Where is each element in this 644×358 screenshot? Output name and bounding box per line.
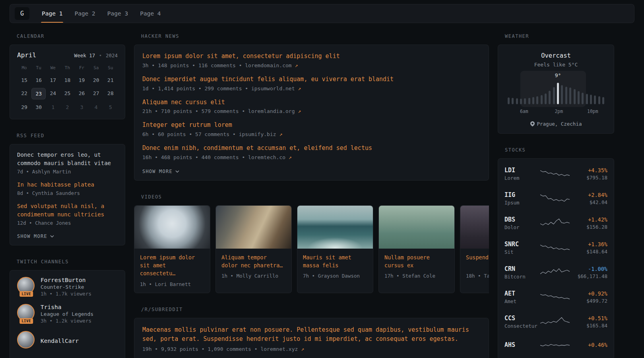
stock-name: Ipsum [504,200,540,206]
avatar-image [17,331,35,348]
hackernews-item-link[interactable]: Donec imperdiet augue tincidunt felis al… [142,75,481,84]
stock-symbol: CRN [504,265,540,272]
subreddit-domain-link[interactable]: loremnet.xyz [260,346,298,352]
calendar-day-muted: 2 [60,102,74,113]
subreddit-widget-title: /R/SUBREDDIT [141,307,489,312]
calendar-dow: Th [60,64,74,72]
weather-bar [557,83,559,104]
twitch-channel-row[interactable]: KendallCarr [17,331,118,351]
weather-condition: Overcast [504,52,607,59]
weather-time-axis: 6am 2pm 10pm [508,109,604,115]
stock-name: Sit [504,249,540,255]
video-card[interactable]: Mauris sit amet massa felis 7h • Grayson… [297,205,373,293]
live-badge: LIVE [19,291,33,297]
calendar-year: 2024 [106,53,118,58]
calendar-day: 16 [31,75,46,86]
stock-symbol: SNRC [504,241,540,248]
stock-row[interactable]: AHS +0.46% [504,334,607,356]
calendar-day: 20 [89,75,103,86]
hackernews-domain-link[interactable]: loremtech.co [248,154,285,160]
calendar-day: 17 [46,75,60,86]
video-card-body: Aliquam tempor dolor nec pharetra… 1h • … [216,249,291,285]
weather-time-label: 6am [520,109,528,114]
video-meta: 17h • Stefan Cole [384,273,449,279]
twitch-channel-row[interactable]: LIVE Trisha League of Legends 3h • 1.2k … [17,304,118,324]
rss-item-link[interactable]: In hac habitasse platea [17,181,118,189]
weather-bar [569,88,571,104]
video-card[interactable]: Nullam posuere cursus ex 17h • Stefan Co… [378,205,455,293]
stock-row[interactable]: CRN Bitcorn -1.00% $66,171.48 [504,260,607,285]
calendar-day: 25 [60,88,74,99]
right-column: WEATHER Overcast Feels like 5°C 9° 6am 2… [498,33,614,358]
hackernews-item-link[interactable]: Donec enim nibh, condimentum et accumsan… [142,144,481,153]
stocks-card: LDI Lorem +4.35% $795.18 IIG Ipsum [498,158,614,358]
tab-page-3[interactable]: Page 3 [101,4,134,23]
calendar-grid: Mo Tu We Th Fr Sa Su 15 16 17 18 19 20 2… [17,64,118,113]
hackernews-item-link[interactable]: Lorem ipsum dolor sit amet, consectetur … [142,52,481,61]
stock-name: Dolor [504,224,540,230]
rss-show-more-button[interactable]: SHOW MORE [17,233,54,239]
rss-item-link[interactable]: Sed volutpat nulla nisl, a condimentum n… [17,202,118,219]
subreddit-post-link[interactable]: Maecenas mollis pulvinar erat non posuer… [142,325,481,344]
tab-page-2[interactable]: Page 2 [68,4,101,23]
rss-item-meta: 7d • Ashlyn Martin [17,169,118,175]
app-logo[interactable]: G [15,7,29,20]
tab-page-1[interactable]: Page 1 [36,4,68,23]
stock-price: $795.18 [570,175,607,181]
hackernews-item: Lorem ipsum dolor sit amet, consectetur … [142,52,481,68]
stock-change: +1.42% [570,216,607,223]
stock-row[interactable]: CCS Consectetur +0.51% $165.84 [504,309,607,334]
video-card[interactable]: Aliquam tempor dolor nec pharetra… 1h • … [215,205,292,293]
weather-feels-like: Feels like 5°C [504,62,607,68]
weather-location: Prague, Czechia [504,121,607,127]
rss-item-link[interactable]: Donec tempor eros leo, ut commodo mauris… [17,151,118,167]
hackernews-show-more-button[interactable]: SHOW MORE [142,169,179,174]
stock-sparkline [540,217,570,229]
subreddit-post: Maecenas mollis pulvinar erat non posuer… [142,325,481,352]
calendar-day: 22 [17,88,31,99]
video-card[interactable]: Lorem ipsum dolor sit amet consectetu… 1… [134,205,210,293]
weather-bar [565,87,567,104]
calendar-day: 30 [31,102,46,113]
stock-price: $499.72 [570,298,607,304]
video-meta: 1h • Molly Carrillo [221,273,286,279]
stock-row[interactable]: SNRC Sit +1.36% $148.64 [504,235,607,260]
stock-sparkline [540,291,570,303]
stock-row[interactable]: IIG Ipsum +2.84% $42.04 [504,186,607,211]
stock-symbol: DBS [504,216,540,223]
hackernews-item-link[interactable]: Integer eget rutrum lorem [142,121,481,130]
calendar-day: 29 [17,102,31,113]
hackernews-item: Donec imperdiet augue tincidunt felis al… [142,75,481,91]
video-card[interactable]: Suspendisse diam 18h • Tara [460,205,489,293]
rss-item: Donec tempor eros leo, ut commodo mauris… [17,151,118,175]
stock-change: +0.46% [570,342,607,348]
calendar-day-today: 23 [31,88,46,99]
hackernews-item-meta: 6h • 60 points • 57 comments • ipsumify.… [142,131,481,137]
videos-widget: VIDEOS Lorem ipsum dolor sit amet consec… [134,194,489,293]
tab-page-4[interactable]: Page 4 [134,4,167,23]
twitch-channel-row[interactable]: LIVE ForrestBurton Counter-Strike 1h • 1… [17,277,118,297]
stock-symbol: IIG [504,191,540,198]
hackernews-meta-text: 6h • 60 points • 57 comments • [142,131,236,137]
calendar-day: 28 [103,88,118,99]
hackernews-domain-link[interactable]: ipsumworld.net [251,86,295,91]
stock-row[interactable]: LDI Lorem +4.35% $795.18 [504,161,607,186]
hackernews-domain-link[interactable]: loremdomain.com [245,62,291,68]
stock-values: +1.36% $148.64 [570,241,607,255]
calendar-day: 19 [75,75,89,86]
stock-values: +1.42% $156.28 [570,216,607,230]
stock-info: DBS Dolor [504,216,540,230]
weather-bars [508,82,604,104]
stock-row[interactable]: AET Amet +0.92% $499.72 [504,285,607,309]
stock-row[interactable]: DBS Dolor +1.42% $156.28 [504,211,607,235]
weather-time-label: 2pm [555,109,563,114]
hackernews-domain-link[interactable]: loremlandia.org [248,108,295,114]
stock-info: SNRC Sit [504,241,540,255]
hackernews-meta-text: 1d • 1,414 points • 299 comments • [142,86,248,91]
calendar-day-muted: 5 [103,102,118,113]
hackernews-item-link[interactable]: Aliquam nec cursus elit [142,98,481,107]
hackernews-domain-link[interactable]: ipsumify.biz [239,131,276,137]
chevron-down-icon [175,170,179,173]
twitch-channel-info: KendallCarr [41,338,79,344]
calendar-day: 27 [89,88,103,99]
